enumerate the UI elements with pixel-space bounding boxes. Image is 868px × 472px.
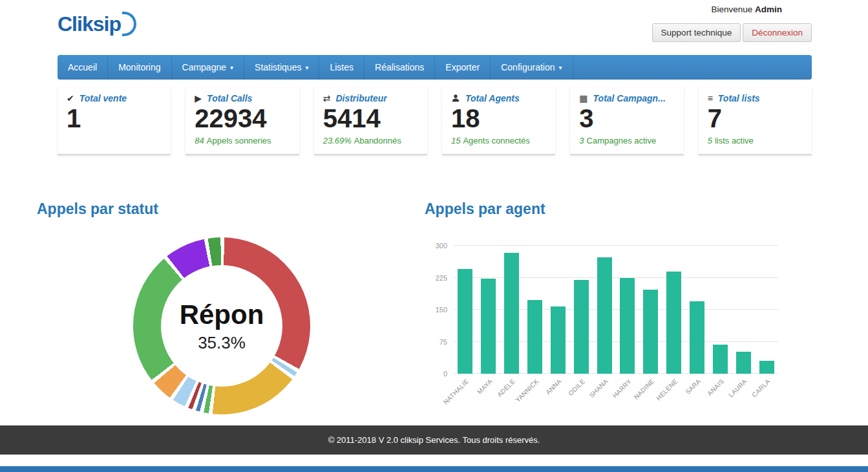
headset-icon (122, 12, 136, 36)
bar-nathalie[interactable] (458, 269, 472, 374)
stat-title: Total lists (718, 93, 760, 103)
donut-hole (161, 265, 282, 387)
bar-harry[interactable] (620, 278, 635, 374)
bar-adele[interactable] (504, 253, 519, 374)
bar-laura[interactable] (736, 352, 751, 374)
stat-title: Total vente (79, 93, 127, 103)
user-icon (451, 94, 460, 103)
stat-title: Distributeur (335, 93, 386, 103)
bar-slot: NADINE (639, 246, 662, 374)
stat-card-total-agents: Total Agents 18 15Agents connectés (442, 88, 555, 155)
bar-helene[interactable] (666, 272, 681, 374)
stat-sub-value: 23.69% (323, 136, 352, 145)
donut-chart: Répon 35.3% (133, 237, 310, 414)
x-axis-label: ODILE (567, 378, 586, 397)
stat-subtitle: 23.69%Abandonnés (323, 136, 418, 146)
nav-label: Réalisations (375, 62, 424, 72)
bar-shana[interactable] (597, 257, 612, 374)
bar-maya[interactable] (481, 279, 496, 374)
x-axis-label: SARA (684, 378, 702, 396)
bar-slot: YANNICK (524, 246, 547, 374)
y-axis: 075150225300 (427, 246, 447, 374)
stat-subtitle: 15Agents connectés (451, 136, 546, 146)
nav-item-accueil[interactable]: Accueil (58, 55, 108, 80)
stat-title: Total Campagn... (593, 93, 666, 103)
cliksip-logo[interactable]: Cliksip (58, 12, 136, 36)
chevron-down-icon: ▾ (305, 64, 308, 71)
stat-subtitle (67, 136, 162, 146)
bar-odile[interactable] (574, 280, 589, 374)
nav-item-monitoring[interactable]: Monitoring (108, 55, 171, 80)
bar-slot: ANNA (546, 246, 569, 374)
bar-slot: SHANA (593, 246, 616, 374)
x-axis-label: LAURA (728, 378, 748, 398)
footer-accent-strip (0, 466, 868, 472)
stat-sub-value: 15 (451, 136, 460, 145)
bar-slot: CARLA (755, 246, 778, 374)
x-axis-label: YANNICK (514, 378, 540, 403)
nav-label: Monitoring (118, 62, 160, 72)
check-icon: ✔ (67, 93, 74, 103)
bar-anna[interactable] (551, 306, 566, 374)
stat-subtitle: 3Campagnes active (579, 136, 674, 146)
y-tick-label: 300 (436, 242, 447, 250)
nav-label: Exporter (445, 62, 480, 72)
nav-label: Listes (330, 62, 354, 72)
bar-chart: 075150225300 NATHALIEMAYAADELEYANNICKANN… (427, 238, 781, 403)
bar-sara[interactable] (690, 301, 704, 374)
chevron-down-icon: ▾ (230, 64, 233, 71)
bar-slot: ODILE (569, 246, 593, 374)
stat-sub-value: 5 (708, 136, 712, 145)
y-tick-label: 75 (439, 338, 447, 346)
nav-label: Configuration (501, 62, 555, 72)
stat-card-distributeur: ⇄ Distributeur 5414 23.69%Abandonnés (314, 88, 427, 155)
bar-slot: NATHALIE (454, 246, 477, 374)
nav-label: Statistiques (255, 62, 301, 72)
nav-item-statistiques[interactable]: Statistiques▾ (244, 55, 319, 80)
bar-slot: ADELE (500, 246, 524, 374)
donut-chart-title: Appels par statut (37, 200, 158, 218)
bar-anais[interactable] (713, 345, 728, 374)
stats-row: ✔ Total vente 1 ▶ Total Calls 22934 84Ap… (58, 88, 812, 155)
nav-item-listes[interactable]: Listes (319, 55, 365, 80)
stat-value: 18 (451, 104, 546, 133)
nav-item-realisations[interactable]: Réalisations (365, 55, 435, 80)
bar-nadine[interactable] (643, 290, 658, 374)
stat-sub-value: 3 (579, 136, 584, 145)
list-icon: ≡ (708, 93, 713, 103)
x-axis-label: ADELE (496, 378, 516, 398)
stat-title: Total Agents (465, 93, 520, 103)
stat-sub-text: Abandonnés (354, 136, 401, 145)
copyright-text: © 2011-2018 V 2.0 cliksip Services. Tous… (328, 435, 540, 445)
x-axis-label: HELENE (655, 378, 679, 402)
bar-yannick[interactable] (527, 300, 542, 374)
nav-item-campagne[interactable]: Campagne▾ (172, 55, 245, 80)
stat-subtitle: 84Appels sonneries (195, 136, 290, 146)
bar-slot: ANAIS (708, 246, 732, 374)
bar-slot: LAURA (732, 246, 755, 374)
nav-item-exporter[interactable]: Exporter (435, 55, 491, 80)
header-buttons: Support technique Déconnexion (652, 23, 812, 42)
stat-card-total-campagnes: ▦ Total Campagn... 3 3Campagnes active (570, 88, 683, 155)
stat-value: 22934 (195, 104, 290, 133)
random-icon: ⇄ (323, 93, 331, 103)
bar-carla[interactable] (759, 361, 774, 374)
nav-label: Accueil (68, 62, 97, 72)
x-axis-label: CARLA (750, 378, 771, 398)
bar-chart-title: Appels par agent (425, 200, 545, 218)
x-axis-label: NATHALIE (442, 378, 471, 406)
x-axis-label: ANAIS (706, 378, 725, 397)
main-nav: Accueil Monitoring Campagne▾ Statistique… (58, 55, 812, 80)
logout-button[interactable]: Déconnexion (743, 23, 812, 42)
bars-container: NATHALIEMAYAADELEYANNICKANNAODILESHANAHA… (454, 246, 778, 374)
grid-icon: ▦ (579, 93, 587, 103)
nav-item-configuration[interactable]: Configuration▾ (491, 55, 573, 80)
stat-title: Total Calls (207, 93, 252, 103)
stat-sub-text: lists active (715, 136, 754, 145)
footer-bar: © 2011-2018 V 2.0 cliksip Services. Tous… (0, 425, 868, 455)
support-button[interactable]: Support technique (652, 23, 741, 42)
stat-card-total-calls: ▶ Total Calls 22934 84Appels sonneries (185, 88, 299, 155)
plot-area: NATHALIEMAYAADELEYANNICKANNAODILESHANAHA… (454, 246, 778, 374)
stat-value: 7 (708, 104, 803, 133)
stat-subtitle: 5lists active (708, 136, 803, 146)
